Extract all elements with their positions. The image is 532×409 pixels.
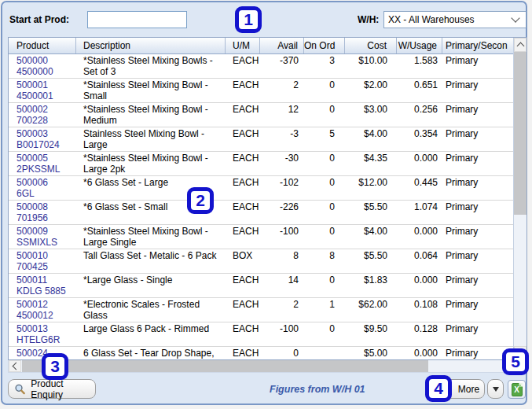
more-dropdown-button[interactable]: [487, 379, 504, 399]
table-row[interactable]: 500006 6GL*6 Glass Set - LargeEACH-1020$…: [9, 176, 513, 201]
vertical-scrollbar-thumb[interactable]: [514, 52, 526, 215]
avail-cell: -100: [260, 322, 304, 346]
avail-cell: 12: [260, 103, 304, 127]
callout-badge-1: 1: [235, 6, 262, 33]
cost-cell: $12.00: [345, 176, 397, 200]
um-cell: EACH: [226, 103, 260, 127]
warehouse-selected-value: XX - All Warehouses: [384, 14, 512, 25]
column-header-primary-secon[interactable]: Primary/Secon: [442, 38, 513, 53]
table-header: ProductDescriptionU/MAvailOn OrdCostW/Us…: [9, 38, 513, 54]
cost-cell: $5.50: [345, 201, 397, 224]
on-ord-cell: [304, 347, 345, 359]
horizontal-scrollbar-thumb[interactable]: [22, 360, 428, 372]
table-row[interactable]: 500001 4500001*Stainless Steel Mixing Bo…: [9, 79, 513, 103]
primary-cell: Primary: [442, 54, 513, 78]
excel-icon: X: [512, 383, 523, 396]
table-row[interactable]: 500009 SSMIXLS*Stainless Steel Mixing Bo…: [9, 225, 513, 249]
primary-cell: Primary: [442, 225, 513, 249]
primary-cell: Primary: [442, 249, 513, 273]
product-enquiry-button[interactable]: Product Enquiry: [8, 379, 96, 399]
table-row[interactable]: 500010 700425Tall Glass Set - Metalic - …: [9, 249, 513, 274]
description-cell: *Electronic Scales - Frosted Glass: [76, 298, 226, 322]
table-row[interactable]: 500008 701956*6 Glass Set - SmallEACH-22…: [9, 201, 513, 225]
cost-cell: $9.50: [345, 322, 397, 346]
cost-cell: $2.00: [345, 79, 397, 102]
cost-cell: $62.00: [345, 298, 397, 322]
description-cell: *Stainless Steel Mixing Bowl - Large 2pk: [76, 152, 226, 175]
arrow-down-icon: [493, 387, 499, 392]
description-cell: *Stainless Steel Mixing Bowls - Set of 3: [76, 54, 226, 78]
w-usage-cell: 1.583: [397, 54, 442, 78]
primary-cell: Primary: [442, 274, 513, 297]
warehouse-dropdown[interactable]: XX - All Warehouses: [383, 11, 526, 28]
description-cell: *Large Glass - Single: [76, 274, 226, 297]
export-to-excel-button[interactable]: X: [508, 380, 526, 399]
w-usage-cell: 1.074: [397, 201, 442, 224]
description-cell: Large Glass 6 Pack - Rimmed: [76, 322, 226, 346]
column-header-on-ord[interactable]: On Ord: [304, 38, 345, 53]
avail-cell: 2: [260, 79, 304, 102]
cost-cell: $4.35: [345, 152, 397, 175]
table-row[interactable]: 5000246 Glass Set - Tear Drop Shape,EACH…: [9, 347, 513, 359]
column-header-product[interactable]: Product: [9, 38, 76, 53]
column-header-cost[interactable]: Cost: [345, 38, 397, 53]
primary-cell: Primary: [442, 79, 513, 102]
um-cell: EACH: [226, 274, 260, 297]
um-cell: EACH: [226, 225, 260, 249]
on-ord-cell: 0: [304, 152, 345, 175]
product-code-cell: 500005 2PKSSML: [9, 152, 76, 175]
table-row[interactable]: 500000 4500000*Stainless Steel Mixing Bo…: [9, 54, 513, 79]
primary-cell: Primary: [442, 298, 513, 322]
table-row[interactable]: 500005 2PKSSML*Stainless Steel Mixing Bo…: [9, 152, 513, 176]
w-usage-cell: 0.000: [397, 152, 442, 175]
table-row[interactable]: 500003 B0017024Stainless Steel Mixing Bo…: [9, 127, 513, 152]
w-usage-cell: 0.108: [397, 298, 442, 322]
um-cell: EACH: [226, 79, 260, 102]
callout-badge-2: 2: [187, 187, 214, 214]
product-code-cell: 500002 700228: [9, 103, 76, 127]
on-ord-cell: 0: [304, 103, 345, 127]
product-code-cell: 500009 SSMIXLS: [9, 225, 76, 249]
horizontal-scrollbar[interactable]: [8, 360, 527, 373]
um-cell: EACH: [226, 298, 260, 322]
product-code-cell: 500000 4500000: [9, 54, 76, 78]
table-row[interactable]: 500012 4500012*Electronic Scales - Frost…: [9, 298, 513, 322]
description-cell: Tall Glass Set - Metalic - 6 Pack: [76, 249, 226, 273]
product-code-cell: 500011 KDLG 5885: [9, 274, 76, 297]
start-at-prod-input[interactable]: [87, 11, 187, 28]
scroll-left-button[interactable]: [9, 360, 21, 372]
chevron-left-icon: [13, 363, 20, 370]
on-ord-cell: 0: [304, 176, 345, 200]
start-at-prod-label: Start at Prod:: [9, 14, 69, 25]
um-cell: EACH: [226, 54, 260, 78]
screen: Start at Prod: W/H: XX - All Warehouses …: [0, 0, 532, 409]
description-cell: 6 Glass Set - Tear Drop Shape,: [76, 347, 226, 359]
cost-cell: $1.83: [345, 274, 397, 297]
table-row[interactable]: 500011 KDLG 5885*Large Glass - SingleEAC…: [9, 274, 513, 298]
product-code-cell: 500013 HTELG6R: [9, 322, 76, 346]
search-icon: [14, 383, 26, 396]
primary-cell: Primary: [442, 103, 513, 127]
w-usage-cell: 0.000: [397, 347, 442, 359]
um-cell: EACH: [226, 127, 260, 151]
product-search-panel: Start at Prod: W/H: XX - All Warehouses …: [1, 1, 527, 405]
product-code-cell: 500012 4500012: [9, 298, 76, 322]
table-row[interactable]: 500013 HTELG6RLarge Glass 6 Pack - Rimme…: [9, 322, 513, 347]
um-cell: EACH: [226, 201, 260, 224]
primary-cell: Primary: [442, 152, 513, 175]
w-usage-cell: 0.064: [397, 249, 442, 273]
avail-cell: -226: [260, 201, 304, 224]
cost-cell: $10.00: [345, 54, 397, 78]
on-ord-cell: 0: [304, 274, 345, 297]
scroll-up-button[interactable]: [514, 38, 526, 52]
avail-cell: -100: [260, 225, 304, 249]
column-header-description[interactable]: Description: [76, 38, 226, 53]
um-cell: EACH: [226, 152, 260, 175]
column-header-u-m[interactable]: U/M: [226, 38, 260, 53]
table-row[interactable]: 500002 700228*Stainless Steel Mixing Bow…: [9, 103, 513, 127]
on-ord-cell: 0: [304, 79, 345, 102]
column-header-avail[interactable]: Avail: [260, 38, 304, 53]
vertical-scrollbar[interactable]: [513, 38, 526, 359]
folded-corner: [519, 383, 523, 387]
column-header-w-usage[interactable]: W/Usage: [397, 38, 442, 53]
